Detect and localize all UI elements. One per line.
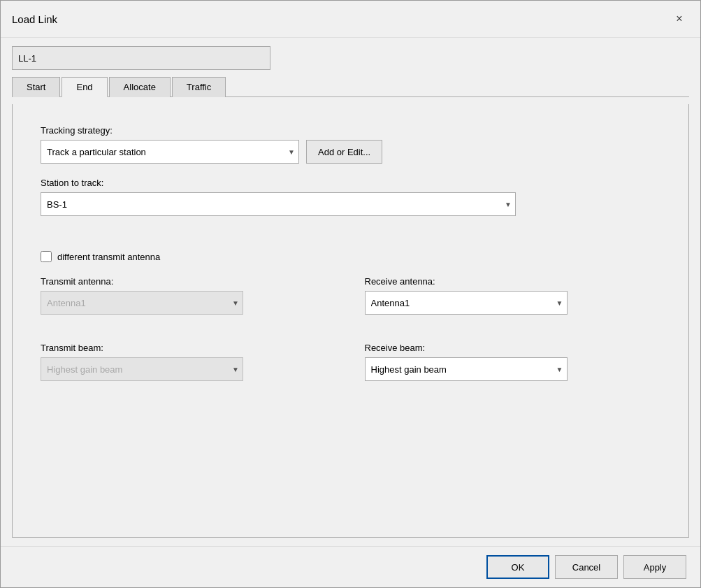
close-button[interactable]: × <box>670 9 689 29</box>
station-to-track-section: Station to track: BS-1 ▼ <box>41 178 660 216</box>
station-select-wrapper: BS-1 ▼ <box>41 192 516 216</box>
transmit-antenna-group: Transmit antenna: Antenna1 ▼ <box>41 276 337 315</box>
receive-antenna-select[interactable]: Antenna1 <box>365 291 568 315</box>
receive-beam-group: Receive beam: Highest gain beam ▼ <box>365 343 661 381</box>
transmit-beam-label: Transmit beam: <box>41 343 337 353</box>
beam-section: Transmit beam: Highest gain beam ▼ Recei… <box>41 343 660 381</box>
receive-antenna-select-wrapper: Antenna1 ▼ <box>365 291 568 315</box>
receive-beam-select[interactable]: Highest gain beam <box>365 357 568 381</box>
dialog-body: Start End Allocate Traffic Tracking stra… <box>1 38 700 546</box>
tracking-strategy-select-wrapper: Track a particular station ▼ <box>41 140 299 164</box>
transmit-beam-group: Transmit beam: Highest gain beam ▼ <box>41 343 337 381</box>
apply-button[interactable]: Apply <box>623 555 686 579</box>
transmit-antenna-label: Transmit antenna: <box>41 276 337 287</box>
add-edit-button[interactable]: Add or Edit... <box>306 140 382 164</box>
cancel-button[interactable]: Cancel <box>555 555 618 579</box>
different-transmit-label: different transmit antenna <box>57 252 160 262</box>
transmit-antenna-select[interactable]: Antenna1 <box>41 291 243 315</box>
tracking-strategy-section: Tracking strategy: Track a particular st… <box>41 125 660 164</box>
different-transmit-checkbox[interactable] <box>41 251 52 262</box>
station-to-track-select[interactable]: BS-1 <box>41 192 516 216</box>
tab-traffic[interactable]: Traffic <box>172 77 226 97</box>
tracking-strategy-select[interactable]: Track a particular station <box>41 140 299 164</box>
tab-content-end: Tracking strategy: Track a particular st… <box>12 104 689 538</box>
receive-antenna-group: Receive antenna: Antenna1 ▼ <box>365 276 661 315</box>
title-bar: Load Link × <box>1 1 700 38</box>
link-name-input[interactable] <box>12 46 270 70</box>
tab-bar: Start End Allocate Traffic <box>12 77 689 97</box>
transmit-antenna-select-wrapper: Antenna1 ▼ <box>41 291 243 315</box>
tab-allocate[interactable]: Allocate <box>109 77 171 97</box>
tab-end[interactable]: End <box>62 77 107 97</box>
receive-beam-select-wrapper: Highest gain beam ▼ <box>365 357 568 381</box>
station-to-track-label: Station to track: <box>41 178 660 188</box>
load-link-dialog: Load Link × Start End Allocate Traffic T… <box>0 0 701 588</box>
different-transmit-row: different transmit antenna <box>41 251 660 262</box>
tracking-strategy-label: Tracking strategy: <box>41 125 660 136</box>
tab-start[interactable]: Start <box>12 77 60 97</box>
tracking-strategy-row: Track a particular station ▼ Add or Edit… <box>41 140 660 164</box>
ok-button[interactable]: OK <box>486 555 549 579</box>
antenna-section: Transmit antenna: Antenna1 ▼ Receive ant… <box>41 276 660 315</box>
dialog-title: Load Link <box>12 13 57 25</box>
dialog-footer: OK Cancel Apply <box>1 546 700 587</box>
transmit-beam-select-wrapper: Highest gain beam ▼ <box>41 357 243 381</box>
transmit-beam-select[interactable]: Highest gain beam <box>41 357 243 381</box>
receive-antenna-label: Receive antenna: <box>365 276 661 287</box>
receive-beam-label: Receive beam: <box>365 343 661 353</box>
